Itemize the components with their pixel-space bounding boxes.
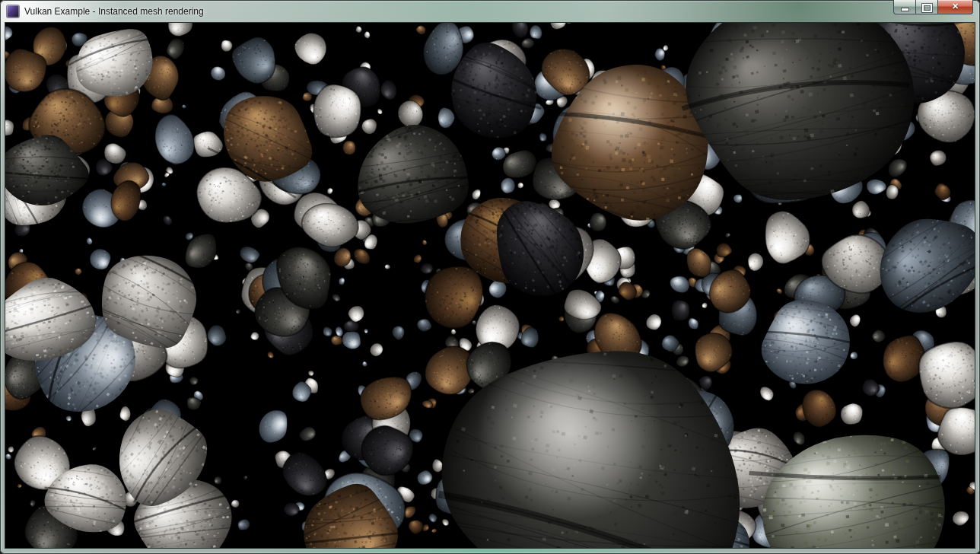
app-window: Vulkan Example - Instanced mesh renderin… — [0, 0, 980, 554]
maximize-button[interactable] — [915, 0, 937, 14]
titlebar[interactable]: Vulkan Example - Instanced mesh renderin… — [0, 0, 980, 23]
app-icon[interactable] — [7, 5, 19, 18]
close-button[interactable]: ✕ — [937, 0, 973, 14]
window-title: Vulkan Example - Instanced mesh renderin… — [24, 6, 204, 17]
maximize-icon — [922, 4, 932, 12]
minimize-button[interactable] — [893, 0, 915, 14]
client-area — [5, 23, 975, 548]
render-viewport[interactable] — [5, 23, 975, 548]
minimize-icon — [902, 8, 908, 11]
window-controls: ✕ — [893, 0, 973, 14]
close-icon: ✕ — [952, 2, 959, 11]
